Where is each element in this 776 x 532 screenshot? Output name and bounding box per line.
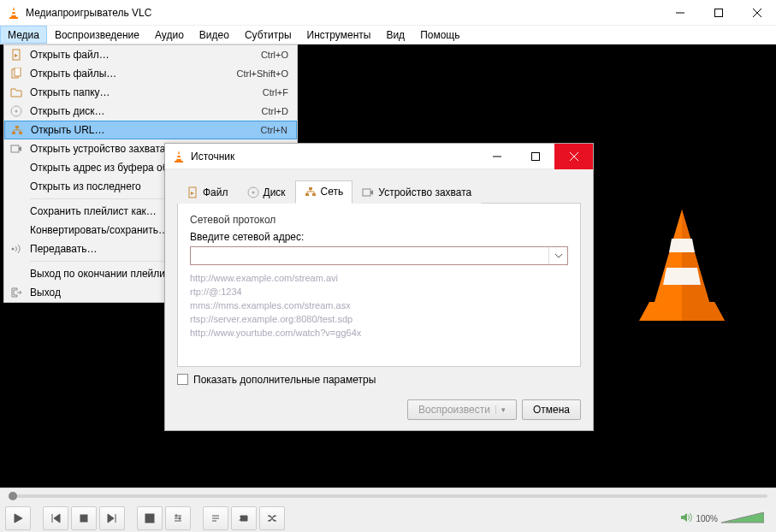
svg-rect-18: [11, 145, 19, 152]
next-button[interactable]: [99, 506, 125, 530]
stream-icon: [4, 243, 28, 255]
tab-capture[interactable]: Устройство захвата: [352, 180, 481, 204]
advanced-label: Показать дополнительные параметры: [193, 374, 376, 386]
capture-icon: [4, 143, 28, 155]
url-combobox[interactable]: [190, 246, 568, 265]
capture-icon: [362, 186, 374, 198]
svg-rect-32: [309, 187, 312, 190]
svg-point-29: [252, 191, 254, 193]
menu-playback[interactable]: Воспроизведение: [47, 26, 147, 44]
svg-rect-2: [9, 17, 18, 19]
window-titlebar: Медиапроигрыватель VLC: [0, 0, 776, 26]
svg-rect-9: [147, 516, 152, 521]
advanced-checkbox[interactable]: [177, 374, 188, 385]
chevron-down-icon[interactable]: [548, 247, 567, 264]
menu-open-file[interactable]: Открыть файл… Ctrl+O: [4, 45, 297, 64]
svg-rect-17: [15, 126, 19, 128]
dialog-tabs: Файл Диск Сеть Устройство захвата: [177, 180, 581, 204]
dialog-maximize-button[interactable]: [516, 144, 554, 169]
input-label: Введите сетевой адрес:: [190, 231, 568, 243]
play-button[interactable]: [5, 506, 31, 530]
svg-rect-1: [12, 14, 16, 15]
exit-icon: [4, 287, 28, 299]
menu-audio[interactable]: Аудио: [147, 26, 192, 44]
svg-rect-21: [177, 157, 181, 159]
svg-rect-20: [177, 154, 181, 156]
menu-subtitles[interactable]: Субтитры: [237, 26, 299, 44]
disc-icon: [247, 186, 259, 198]
controls-bar: 100%: [0, 488, 776, 532]
menu-open-url[interactable]: Открыть URL… Ctrl+N: [4, 121, 297, 139]
window-minimize-button[interactable]: [660, 0, 699, 26]
cancel-button[interactable]: Отмена: [522, 399, 581, 420]
menu-video[interactable]: Видео: [192, 26, 237, 44]
menu-media[interactable]: Медиа: [0, 26, 47, 44]
window-maximize-button[interactable]: [699, 0, 737, 26]
svg-rect-22: [175, 161, 183, 163]
fullscreen-button[interactable]: [137, 506, 163, 530]
volume-percent: 100%: [696, 514, 718, 523]
vlc-cone-logo: [631, 206, 733, 326]
network-icon: [5, 124, 29, 136]
ext-settings-button[interactable]: [165, 506, 191, 530]
window-close-button[interactable]: [737, 0, 776, 26]
url-examples: http://www.example.com/stream.avi rtp://…: [190, 272, 568, 340]
speaker-icon: [680, 511, 692, 526]
network-icon: [305, 186, 317, 198]
vlc-cone-icon: [172, 150, 186, 163]
files-icon: [4, 68, 28, 80]
svg-rect-4: [714, 9, 722, 16]
stop-button[interactable]: [71, 506, 97, 530]
file-icon: [4, 49, 28, 61]
url-input[interactable]: [191, 247, 548, 264]
svg-point-14: [15, 110, 18, 113]
tab-network[interactable]: Сеть: [295, 180, 353, 204]
svg-rect-31: [312, 193, 316, 196]
menu-tools[interactable]: Инструменты: [299, 26, 379, 44]
menubar: Медиа Воспроизведение Аудио Видео Субтит…: [0, 26, 776, 44]
svg-rect-30: [305, 193, 309, 196]
svg-point-19: [12, 248, 15, 251]
folder-icon: [4, 86, 28, 98]
svg-rect-15: [12, 132, 15, 134]
svg-rect-24: [531, 152, 539, 160]
play-button[interactable]: Воспроизвести: [407, 399, 517, 420]
dialog-close-button[interactable]: [554, 144, 593, 169]
menu-view[interactable]: Вид: [378, 26, 412, 44]
svg-rect-0: [12, 10, 15, 12]
prev-button[interactable]: [43, 506, 68, 530]
dialog-title: Источник: [191, 151, 477, 163]
menu-open-disc[interactable]: Открыть диск… Ctrl+D: [4, 102, 297, 121]
dialog-minimize-button[interactable]: [477, 144, 516, 169]
playlist-button[interactable]: [203, 506, 228, 530]
svg-rect-12: [15, 68, 21, 76]
window-title: Медиапроигрыватель VLC: [26, 7, 660, 19]
menu-open-folder[interactable]: Открыть папку… Ctrl+F: [4, 83, 297, 102]
disc-icon: [4, 105, 28, 117]
menu-help[interactable]: Помощь: [412, 26, 467, 44]
svg-rect-33: [363, 189, 370, 196]
svg-rect-7: [80, 515, 87, 522]
shuffle-button[interactable]: [259, 506, 285, 530]
dialog-titlebar: Источник: [165, 144, 593, 169]
svg-rect-16: [19, 132, 22, 134]
open-source-dialog: Источник Файл Диск Сеть Устройство захва…: [164, 143, 594, 431]
tab-disc[interactable]: Диск: [238, 180, 295, 204]
volume-slider[interactable]: [721, 512, 764, 524]
loop-button[interactable]: [231, 506, 257, 530]
seek-bar[interactable]: [0, 488, 776, 504]
group-title: Сетевой протокол: [190, 214, 568, 226]
menu-open-files[interactable]: Открыть файлы… Ctrl+Shift+O: [4, 64, 297, 83]
volume-control[interactable]: 100%: [680, 511, 771, 526]
file-icon: [187, 186, 198, 198]
tab-file[interactable]: Файл: [177, 180, 238, 204]
vlc-cone-icon: [7, 6, 21, 20]
